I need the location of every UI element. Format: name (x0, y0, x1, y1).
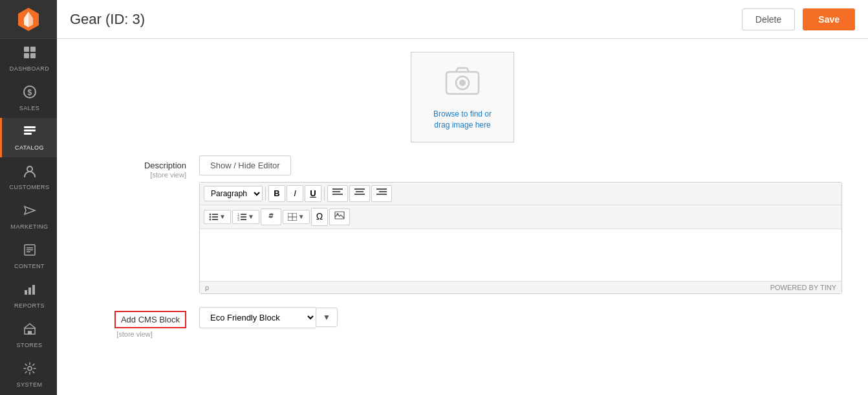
cms-block-sublabel: [store view] (83, 330, 186, 338)
svg-rect-18 (25, 290, 27, 295)
sidebar-item-dashboard[interactable]: DASHBOARD (0, 39, 57, 78)
ordered-list-button[interactable]: 1.2.3. ▼ (232, 210, 259, 224)
paragraph-select[interactable]: Paragraph (204, 186, 263, 201)
sales-icon: $ (23, 85, 37, 102)
description-control-col: Show / Hide Editor Paragraph B I U (199, 155, 842, 294)
sidebar-item-dashboard-label: DASHBOARD (10, 65, 50, 72)
link-button[interactable] (261, 209, 281, 225)
description-label: Description (144, 161, 186, 170)
customers-icon (23, 164, 37, 181)
svg-point-26 (459, 80, 466, 86)
svg-rect-31 (356, 191, 363, 192)
svg-rect-37 (212, 214, 218, 215)
description-label-col: Description [store view] (83, 155, 186, 179)
cms-block-dropdown-button[interactable]: ▼ (316, 308, 338, 327)
content-area: Browse to find ordrag image here Descrip… (57, 39, 868, 395)
table-button[interactable]: ▼ (283, 210, 310, 224)
svg-rect-47 (241, 219, 246, 220)
sidebar-item-reports-label: REPORTS (14, 302, 45, 309)
svg-rect-29 (332, 194, 343, 195)
sidebar-item-customers-label: CUSTOMERS (10, 184, 50, 190)
underline-button[interactable]: U (305, 185, 321, 202)
unordered-list-button[interactable]: ▼ (204, 210, 231, 224)
sidebar-item-content-label: CONTENT (14, 263, 45, 269)
svg-rect-4 (30, 47, 36, 52)
svg-rect-34 (379, 191, 387, 192)
svg-rect-11 (24, 133, 32, 135)
align-left-button[interactable] (327, 185, 348, 202)
svg-point-23 (28, 367, 32, 370)
omega-button[interactable]: Ω (311, 208, 328, 226)
show-hide-editor-button[interactable]: Show / Hide Editor (199, 155, 291, 175)
svg-rect-27 (332, 188, 343, 190)
svg-point-12 (27, 166, 32, 172)
image-upload-box[interactable]: Browse to find ordrag image here (411, 52, 514, 142)
align-center-button[interactable] (349, 185, 370, 202)
editor-toolbar-row-1: Paragraph B I U (200, 183, 841, 205)
image-insert-button[interactable] (329, 209, 350, 225)
topbar-actions: Delete Save (742, 8, 855, 30)
svg-rect-32 (354, 194, 365, 195)
svg-rect-16 (27, 249, 33, 251)
svg-point-40 (210, 218, 212, 220)
topbar: Gear (ID: 3) Delete Save (57, 0, 868, 39)
svg-rect-33 (376, 188, 387, 190)
svg-point-38 (210, 216, 212, 218)
editor-body[interactable] (200, 229, 841, 281)
svg-rect-9 (24, 126, 36, 128)
sidebar-item-catalog[interactable]: CATALOG (0, 118, 57, 157)
sidebar-item-marketing[interactable]: MARKETING (0, 197, 57, 236)
sidebar-item-marketing-label: MARKETING (10, 223, 48, 230)
image-upload-label: Browse to find ordrag image here (433, 109, 492, 131)
catalog-icon (23, 124, 37, 142)
svg-rect-17 (27, 251, 30, 253)
svg-rect-19 (28, 288, 31, 295)
cms-block-row: Add CMS Block [store view] Eco Friendly … (83, 307, 842, 338)
sidebar-item-stores[interactable]: STORES (0, 315, 57, 355)
marketing-icon (23, 203, 37, 221)
sidebar-item-reports[interactable]: REPORTS (0, 276, 57, 315)
editor-footer: p POWERED BY TINY (200, 281, 841, 293)
svg-rect-10 (24, 130, 36, 131)
svg-rect-39 (212, 216, 218, 218)
sidebar-item-stores-label: STORES (17, 342, 43, 348)
svg-rect-45 (241, 216, 246, 218)
svg-rect-6 (30, 53, 36, 58)
delete-button[interactable]: Delete (742, 8, 795, 30)
editor-container: Paragraph B I U (199, 182, 842, 294)
cms-block-select[interactable]: Eco Friendly Block (199, 307, 316, 328)
main-area: Gear (ID: 3) Delete Save (57, 0, 868, 395)
sidebar-item-system-label: SYSTEM (16, 381, 42, 388)
svg-rect-15 (27, 247, 33, 249)
sidebar-item-catalog-label: CATALOG (15, 144, 44, 151)
cms-block-select-wrapper: Eco Friendly Block ▼ (199, 307, 842, 328)
svg-rect-30 (354, 188, 365, 190)
italic-button[interactable]: I (287, 185, 303, 202)
editor-tag: p (205, 284, 209, 291)
sidebar: DASHBOARD $ SALES CATALOG CUSTOME (0, 0, 57, 395)
sidebar-item-sales-label: SALES (19, 105, 40, 111)
bold-button[interactable]: B (268, 185, 285, 202)
svg-rect-41 (212, 219, 218, 220)
page-title: Gear (ID: 3) (70, 11, 145, 28)
editor-toolbar-row-2: ▼ 1.2.3. ▼ ▼ (200, 205, 841, 229)
svg-rect-28 (332, 191, 340, 192)
save-button[interactable]: Save (803, 8, 855, 30)
description-row: Description [store view] Show / Hide Edi… (83, 155, 842, 294)
sidebar-item-sales[interactable]: $ SALES (0, 78, 57, 118)
description-sublabel: [store view] (83, 171, 186, 179)
cms-block-label-col: Add CMS Block [store view] (83, 307, 186, 338)
svg-text:3.: 3. (237, 218, 240, 221)
toolbar-divider-2 (324, 187, 325, 200)
align-right-button[interactable] (371, 185, 392, 202)
svg-rect-5 (24, 53, 29, 58)
magento-logo-icon (16, 6, 41, 32)
sidebar-item-content[interactable]: CONTENT (0, 236, 57, 276)
svg-rect-43 (241, 214, 246, 215)
sidebar-item-customers[interactable]: CUSTOMERS (0, 157, 57, 197)
system-icon (23, 361, 37, 379)
svg-rect-3 (24, 47, 29, 52)
camera-icon (443, 64, 482, 104)
image-upload-row: Browse to find ordrag image here (83, 52, 842, 142)
sidebar-item-system[interactable]: SYSTEM (0, 355, 57, 394)
